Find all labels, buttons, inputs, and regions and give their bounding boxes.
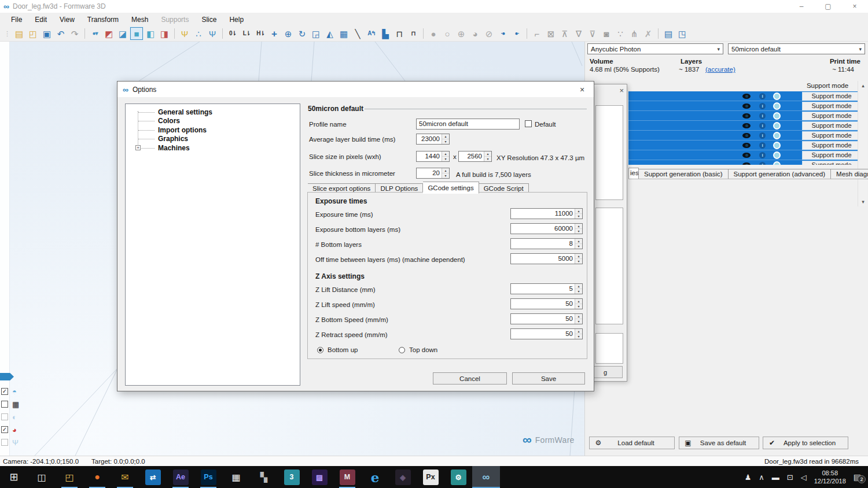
bridge-small-icon[interactable]: ⊓	[406, 27, 420, 40]
taskbar-edge[interactable]: e	[361, 466, 389, 488]
spin-up-icon[interactable]: ▴	[575, 209, 582, 214]
redo-icon[interactable]: ↷	[68, 27, 82, 40]
support-list-row[interactable]: i Support mode	[628, 141, 858, 150]
color-dot-icon[interactable]	[773, 93, 781, 100]
minimize-button[interactable]: –	[788, 0, 815, 13]
drop-low-icon[interactable]: L⇂	[240, 27, 253, 40]
spin-up-icon[interactable]: ▴	[575, 254, 582, 259]
shell-icon[interactable]: ○	[440, 27, 454, 40]
taskbar-dark-app[interactable]: ◈	[389, 466, 417, 488]
boolean-union-icon[interactable]: ◩	[102, 27, 116, 40]
toggle-model[interactable]: ◐	[1, 413, 19, 421]
support-list-row[interactable]: i Support mode	[628, 150, 858, 160]
support-tip-icon[interactable]: ∇	[572, 27, 586, 40]
mirror-icon[interactable]: ◭	[323, 27, 337, 40]
spin-down-icon[interactable]: ▾	[484, 157, 491, 161]
window-titlebar[interactable]: ∞ Door_leg.fw3d - Formware 3D	[0, 0, 868, 13]
support-list-scrollbar[interactable]: ▴ ▾	[858, 81, 867, 206]
info-icon[interactable]: i	[759, 162, 766, 165]
right-panel-tab[interactable]: Support generation (basic)	[639, 169, 729, 179]
right-panel-tab[interactable]: Mesh diagnosis	[831, 169, 868, 179]
scroll-up-icon[interactable]: ▴	[858, 81, 868, 90]
spin-up-icon[interactable]: ▴	[575, 329, 582, 334]
tray-battery-icon[interactable]: ▬	[772, 473, 779, 482]
auto-supports-icon[interactable]: Ψ	[178, 27, 192, 40]
info-icon[interactable]: i	[759, 123, 766, 129]
save-button[interactable]: Save	[512, 372, 585, 385]
visibility-eye-icon[interactable]	[742, 162, 751, 165]
close-icon[interactable]: ×	[619, 86, 624, 95]
infill-icon[interactable]: ⊕	[454, 27, 468, 40]
toolbar-icon[interactable]	[222, 28, 223, 39]
spin-down-icon[interactable]: ▾	[442, 157, 449, 161]
menu-item[interactable]: Slice	[195, 14, 223, 25]
menu-item[interactable]: Supports	[155, 14, 195, 25]
taskbar-calculator[interactable]: ▦	[222, 466, 250, 488]
menu-item[interactable]: Mesh	[125, 14, 155, 25]
toggle-checkbox[interactable]	[1, 439, 8, 446]
spin-down-icon[interactable]: ▾	[442, 139, 449, 144]
taskbar-clock[interactable]: 08:58 12/12/2018	[814, 469, 846, 486]
support-mode-button[interactable]: Support mode	[802, 161, 858, 165]
taskbar-3ds-max[interactable]: 3	[278, 466, 306, 488]
support-mode-button[interactable]: Support mode	[802, 112, 858, 120]
color-dot-icon[interactable]	[773, 161, 781, 165]
tree-item[interactable]: General settings	[126, 108, 300, 117]
info-icon[interactable]: i	[759, 93, 766, 99]
cancel-button[interactable]: Cancel	[433, 372, 507, 385]
tray-display-icon[interactable]: ⊡	[787, 473, 793, 482]
load-default-button[interactable]: ⚙ Load default	[589, 437, 675, 449]
color-dot-icon[interactable]	[773, 112, 781, 120]
taskbar-teamviewer[interactable]: ⇄	[139, 466, 167, 488]
menu-item[interactable]: Help	[223, 14, 250, 25]
field-spinner[interactable]: 5 ▴▾	[510, 283, 583, 294]
taskbar-px-app[interactable]: Px	[417, 466, 444, 488]
drain-hole-icon[interactable]: ⊘	[482, 27, 496, 40]
info-icon[interactable]: i	[759, 103, 766, 109]
support-list-row[interactable]: i Support mode	[628, 131, 858, 141]
add-primitive-icon[interactable]: ●▾	[88, 27, 102, 40]
save-icon[interactable]: ▣	[40, 27, 54, 40]
toggle-checkbox[interactable]: ✓	[1, 388, 8, 395]
boolean-subtract-icon[interactable]: ◪	[116, 27, 130, 40]
right-panel-tab[interactable]: Support generation (advanced)	[729, 169, 832, 179]
taskbar-after-effects[interactable]: Ae	[167, 466, 194, 488]
spin-down-icon[interactable]: ▾	[575, 289, 582, 294]
toggle-platform[interactable]: ✓ ◓	[1, 387, 19, 395]
support-mode-button[interactable]: Support mode	[802, 121, 858, 130]
arrange-icon[interactable]: ▙	[378, 27, 392, 40]
open-file-icon[interactable]: ◰	[26, 27, 40, 40]
merge-icon[interactable]: ●∙	[510, 27, 524, 40]
support-points-icon[interactable]: ∴	[192, 27, 205, 40]
cut-icon[interactable]: ╲	[351, 27, 365, 40]
visibility-eye-icon[interactable]	[742, 113, 751, 119]
tree-item[interactable]: + Machines	[126, 143, 300, 153]
close-button[interactable]: ×	[841, 0, 868, 13]
support-fork-icon[interactable]: ⋔	[627, 27, 641, 40]
taskbar-formware[interactable]: ∞	[472, 466, 500, 488]
color-dot-icon[interactable]	[773, 142, 781, 149]
view-cube-icon[interactable]: ■	[130, 27, 144, 40]
taskbar-wrench-app[interactable]: ⚙	[444, 466, 472, 488]
tree-expand-icon[interactable]: +	[135, 145, 141, 150]
field-spinner[interactable]: 11000 ▴▾	[510, 208, 583, 219]
slice-height-spinner[interactable]: 2560 ▴▾	[458, 151, 492, 162]
support-mode-button[interactable]: Support mode	[802, 151, 858, 160]
support-remove-icon[interactable]: ✗	[641, 27, 655, 40]
spin-up-icon[interactable]: ▴	[575, 314, 582, 319]
visibility-eye-icon[interactable]	[742, 133, 751, 138]
export-icon[interactable]: ◳	[675, 27, 689, 40]
spin-down-icon[interactable]: ▾	[575, 229, 582, 234]
taskbar-photoshop[interactable]: Ps	[194, 466, 222, 488]
options-close-button[interactable]: ×	[571, 82, 594, 97]
toggle-grid[interactable]: ▦	[1, 400, 19, 408]
support-list-row[interactable]: i Support mode	[628, 101, 858, 111]
move-icon[interactable]: ⊕	[281, 27, 295, 40]
spin-up-icon[interactable]: ▴	[442, 151, 449, 157]
slice-view-icon[interactable]: ▤	[661, 27, 675, 40]
toolbar-icon[interactable]	[84, 28, 85, 39]
visibility-eye-icon[interactable]	[742, 94, 751, 99]
taskbar-maya[interactable]: M	[333, 466, 361, 488]
profile-select[interactable]: 50micron default ▾	[728, 43, 865, 54]
support-blob-icon[interactable]: ◙	[599, 27, 613, 40]
